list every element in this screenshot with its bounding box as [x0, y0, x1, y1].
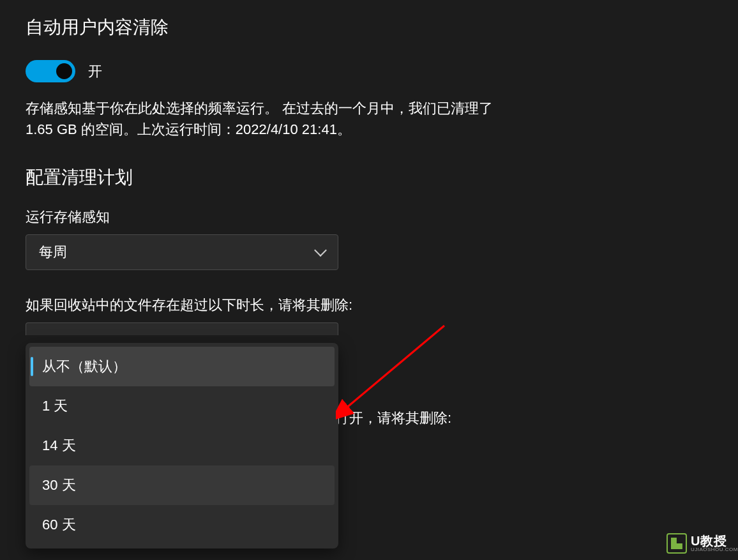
watermark-logo-icon [666, 533, 687, 554]
frequency-selected: 每周 [39, 243, 67, 262]
obscured-label-text: 打开，请将其删除: [335, 409, 451, 428]
recycle-bin-dropdown-section: 从不（默认） 1 天 14 天 30 天 60 天 [26, 322, 712, 335]
chevron-down-icon [314, 244, 327, 257]
frequency-label: 运行存储感知 [26, 208, 712, 227]
frequency-dropdown[interactable]: 每周 [26, 234, 338, 270]
storage-sense-description: 存储感知基于你在此处选择的频率运行。 在过去的一个月中，我们已清理了 1.65 … [26, 98, 523, 140]
recycle-bin-label: 如果回收站中的文件存在超过以下时长，请将其删除: [26, 296, 712, 315]
dropdown-option-1day[interactable]: 1 天 [29, 386, 335, 426]
watermark-subtitle: UJIAOSHOU.COM [691, 547, 738, 552]
recycle-bin-dropdown-top[interactable] [26, 322, 338, 335]
toggle-row: 开 [26, 60, 712, 82]
dropdown-option-14days[interactable]: 14 天 [29, 426, 335, 465]
dropdown-option-60days[interactable]: 60 天 [29, 505, 335, 545]
cleanup-schedule-title: 配置清理计划 [26, 165, 712, 190]
page-title: 自动用户内容清除 [26, 15, 712, 40]
toggle-knob [56, 63, 72, 79]
toggle-label: 开 [88, 62, 102, 81]
dropdown-option-never[interactable]: 从不（默认） [29, 347, 335, 386]
recycle-bin-dropdown-menu: 从不（默认） 1 天 14 天 30 天 60 天 [26, 343, 338, 549]
auto-clean-toggle[interactable] [26, 60, 75, 82]
watermark: U教授 UJIAOSHOU.COM [666, 533, 738, 554]
watermark-title: U教授 [691, 534, 738, 547]
dropdown-option-30days[interactable]: 30 天 [29, 465, 335, 505]
